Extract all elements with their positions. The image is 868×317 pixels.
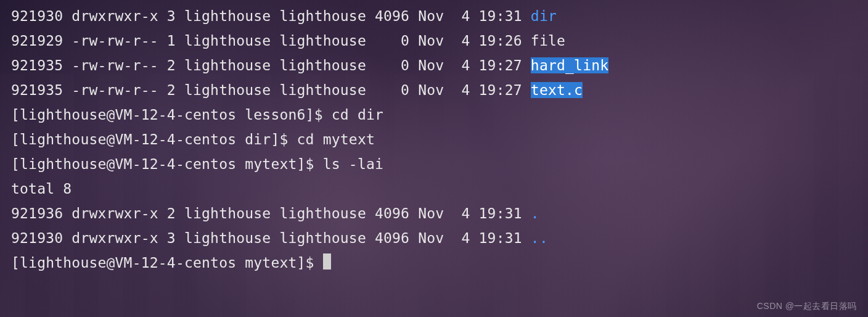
file-name: file	[531, 33, 565, 49]
cursor[interactable]	[323, 253, 331, 270]
file-name: dir	[531, 8, 557, 24]
shell-prompt: [lighthouse@VM-12-4-centos dir]$	[11, 131, 297, 147]
ls-row: 921935 -rw-rw-r-- 2 lighthouse lighthous…	[11, 78, 857, 102]
prompt-line: [lighthouse@VM-12-4-centos mytext]$	[11, 250, 857, 275]
ls-row: 921929 -rw-rw-r-- 1 lighthouse lighthous…	[11, 28, 857, 53]
ls-row: 921930 drwxrwxr-x 3 lighthouse lighthous…	[11, 226, 857, 250]
ls-row: 921930 drwxrwxr-x 3 lighthouse lighthous…	[11, 4, 857, 28]
prompt-line: [lighthouse@VM-12-4-centos lesson6]$ cd …	[11, 102, 857, 127]
shell-prompt: [lighthouse@VM-12-4-centos mytext]$	[11, 255, 323, 271]
command-text: cd dir	[332, 107, 383, 123]
shell-prompt: [lighthouse@VM-12-4-centos lesson6]$	[11, 107, 332, 123]
command-text: ls -lai	[323, 156, 383, 172]
terminal-output[interactable]: 921930 drwxrwxr-x 3 lighthouse lighthous…	[0, 0, 868, 279]
ls-row: 921936 drwxrwxr-x 2 lighthouse lighthous…	[11, 201, 857, 226]
watermark-text: CSDN @一起去看日落吗	[757, 301, 857, 312]
prompt-line: [lighthouse@VM-12-4-centos dir]$ cd myte…	[11, 127, 857, 152]
file-name: ..	[531, 230, 548, 246]
prompt-line: [lighthouse@VM-12-4-centos mytext]$ ls -…	[11, 152, 857, 176]
file-name: .	[531, 205, 539, 221]
file-name: text.c	[531, 82, 583, 98]
total-line: total 8	[11, 176, 857, 201]
shell-prompt: [lighthouse@VM-12-4-centos mytext]$	[11, 156, 323, 172]
file-name: hard_link	[531, 57, 608, 73]
ls-row: 921935 -rw-rw-r-- 2 lighthouse lighthous…	[11, 53, 857, 78]
command-text: cd mytext	[297, 131, 375, 147]
